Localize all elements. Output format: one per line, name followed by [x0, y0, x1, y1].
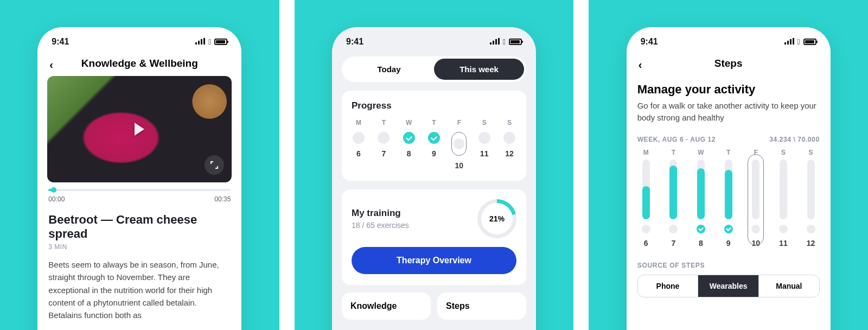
progress-title: Progress	[352, 100, 516, 111]
check-icon	[428, 132, 440, 144]
bar-track	[669, 160, 677, 219]
day-status-dot	[807, 225, 815, 233]
svg-rect-5	[493, 41, 494, 45]
progress-day[interactable]: 10	[452, 132, 466, 170]
wifi-icon: 	[503, 37, 506, 46]
training-progress-ring: 21%	[477, 199, 516, 238]
day-letter: F	[452, 119, 466, 126]
day-number: 11	[779, 239, 788, 248]
expand-icon[interactable]	[205, 155, 224, 175]
svg-rect-6	[495, 39, 497, 45]
progress-day[interactable]: 8	[402, 132, 416, 170]
bar-track	[807, 160, 815, 219]
page-title: Knowledge & Wellbeing	[37, 58, 241, 69]
day-number: 9	[432, 149, 436, 158]
progress-day[interactable]: 6	[352, 132, 366, 170]
training-card: My training 18 / 65 exercises 21% Therap…	[342, 189, 526, 285]
training-title: My training	[352, 208, 409, 219]
bar-track	[725, 160, 732, 219]
day-letter: S	[781, 149, 786, 156]
progress-card: Progress MTWTFSS 6789101112	[342, 91, 526, 181]
day-letter: M	[352, 119, 366, 126]
progress-day[interactable]: 7	[376, 132, 391, 170]
empty-day-indicator	[503, 132, 515, 144]
day-number: 11	[480, 149, 489, 158]
day-number: 12	[807, 239, 815, 248]
day-letter: S	[809, 149, 813, 156]
progress-day[interactable]: 12	[502, 132, 516, 170]
video-thumbnail[interactable]	[47, 76, 232, 182]
status-bar: 9:41 	[37, 27, 241, 51]
steps-heading: Manage your activity	[637, 82, 820, 97]
day-number: 7	[381, 149, 386, 158]
bar-fill	[725, 170, 732, 219]
phone-steps: 9:41  ‹ Steps Manage your activity Go f…	[627, 27, 831, 330]
wifi-icon: 	[208, 37, 211, 46]
bar-track	[697, 160, 705, 219]
video-time-total: 00:35	[214, 195, 231, 203]
battery-icon	[803, 39, 816, 45]
day-letter: W	[402, 119, 416, 126]
signal-icon	[784, 37, 794, 47]
bar-fill	[669, 166, 677, 219]
bar-column[interactable]: S11	[775, 149, 792, 248]
wifi-icon: 	[797, 37, 800, 46]
source-wearables[interactable]: Wearables	[698, 275, 758, 297]
training-subtitle: 18 / 65 exercises	[352, 221, 409, 230]
bar-track	[642, 160, 650, 219]
status-time: 9:41	[52, 37, 69, 47]
svg-rect-0	[195, 42, 197, 45]
day-number: 6	[356, 149, 361, 158]
back-icon[interactable]: ‹	[49, 59, 53, 71]
therapy-overview-button[interactable]: Therapy Overview	[352, 247, 516, 274]
svg-rect-8	[784, 42, 786, 45]
source-manual[interactable]: Manual	[758, 275, 819, 297]
check-icon	[724, 225, 733, 233]
bar-column[interactable]: T9	[720, 149, 737, 248]
play-icon[interactable]	[135, 123, 144, 136]
article-body: Beets seem to always be in season, from …	[48, 258, 231, 321]
svg-rect-11	[793, 38, 794, 45]
bar-column[interactable]: M6	[637, 149, 655, 248]
svg-rect-2	[201, 39, 202, 45]
tab-this-week[interactable]: This week	[434, 59, 524, 80]
knowledge-card[interactable]: Knowledge	[342, 293, 431, 320]
source-phone[interactable]: Phone	[638, 275, 698, 297]
range-segmented-control[interactable]: Today This week	[342, 56, 526, 82]
progress-day[interactable]: 9	[427, 132, 441, 170]
day-number: 8	[407, 149, 411, 158]
bar-column[interactable]: S12	[802, 149, 820, 248]
source-label: SOURCE OF STEPS	[637, 262, 820, 269]
svg-rect-1	[198, 41, 200, 45]
day-status-dot	[669, 225, 678, 233]
back-icon[interactable]: ‹	[639, 59, 642, 71]
day-number: 9	[726, 239, 731, 248]
svg-rect-4	[490, 42, 492, 45]
article-duration: 3 MIN	[48, 243, 231, 251]
source-segmented-control[interactable]: Phone Wearables Manual	[637, 275, 820, 297]
progress-day[interactable]: 11	[477, 132, 492, 170]
day-status-dot	[779, 225, 788, 233]
bar-fill	[697, 168, 705, 219]
status-time: 9:41	[641, 37, 658, 47]
bar-track	[752, 160, 760, 219]
day-number: 7	[671, 239, 675, 248]
selected-day-indicator	[451, 132, 467, 156]
day-letter: S	[477, 119, 492, 126]
empty-day-indicator	[478, 132, 490, 144]
tab-today[interactable]: Today	[344, 59, 434, 80]
selected-day-outline	[748, 154, 764, 245]
day-letter: T	[376, 119, 391, 126]
bar-column[interactable]: F10	[747, 149, 764, 248]
day-status-dot	[642, 225, 650, 233]
bar-column[interactable]: T7	[665, 149, 682, 248]
day-letter: T	[672, 149, 675, 156]
svg-rect-9	[787, 41, 789, 45]
bar-column[interactable]: W8	[692, 149, 710, 248]
steps-card[interactable]: Steps	[437, 293, 526, 320]
video-scrubber[interactable]	[48, 189, 231, 191]
bar-fill	[642, 186, 650, 219]
steps-lead: Go for a walk or take another activity t…	[637, 100, 820, 124]
signal-icon	[490, 37, 500, 47]
day-number: 8	[699, 239, 703, 248]
